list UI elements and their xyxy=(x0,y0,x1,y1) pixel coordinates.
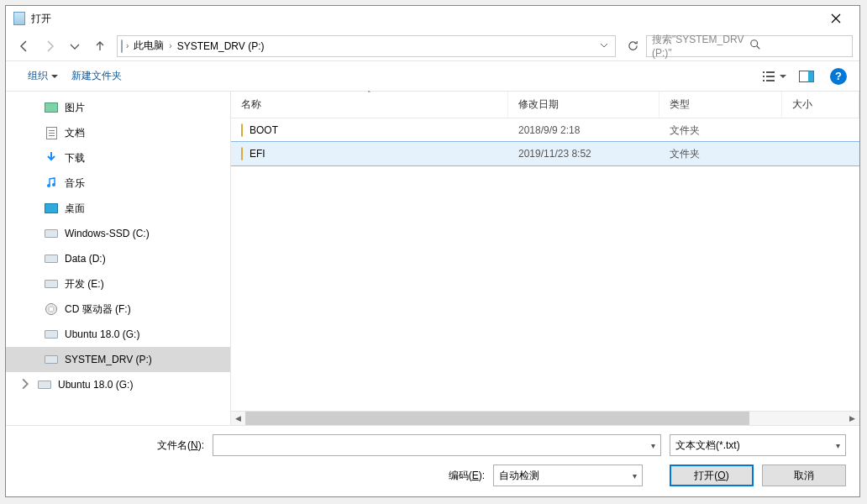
cancel-button[interactable]: 取消 xyxy=(762,465,846,486)
horizontal-scrollbar[interactable]: ◀ ▶ xyxy=(231,411,859,425)
tree-item-label: 音乐 xyxy=(65,176,85,191)
chevron-right-icon[interactable]: › xyxy=(169,41,171,50)
music-icon xyxy=(45,176,58,190)
open-dialog: 打开 › 此电脑 › SYSTEM_DRV (P:) 搜索"SYSTEM_DRV… xyxy=(5,5,860,497)
tree-item-label: Windows-SSD (C:) xyxy=(65,228,150,239)
up-button[interactable] xyxy=(88,34,112,58)
scroll-right-icon[interactable]: ▶ xyxy=(845,412,859,426)
close-button[interactable] xyxy=(819,6,853,31)
file-row[interactable]: EFI2019/11/23 8:52文件夹 xyxy=(231,142,859,165)
file-type: 文件夹 xyxy=(659,123,782,138)
tree-item-label: CD 驱动器 (F:) xyxy=(65,302,131,317)
disc-icon xyxy=(45,302,58,316)
scroll-left-icon[interactable]: ◀ xyxy=(231,412,245,426)
search-input[interactable]: 搜索"SYSTEM_DRV (P:)" xyxy=(646,35,853,57)
tree-item[interactable]: SYSTEM_DRV (P:) xyxy=(6,347,230,372)
col-type[interactable]: 类型 xyxy=(659,92,782,118)
file-name: BOOT xyxy=(250,124,278,136)
svg-rect-2 xyxy=(766,71,775,73)
organize-button[interactable]: 组织 xyxy=(23,66,63,87)
tree-item[interactable]: 文档 xyxy=(6,120,230,145)
tree-item[interactable]: 开发 (E:) xyxy=(6,271,230,297)
svg-point-9 xyxy=(47,184,50,187)
tree-item-label: 下载 xyxy=(65,151,85,165)
monitor-icon xyxy=(45,202,58,215)
tree-item[interactable]: CD 驱动器 (F:) xyxy=(6,297,230,322)
toolbar: 组织 新建文件夹 ? xyxy=(6,61,859,92)
col-date[interactable]: 修改日期 xyxy=(508,92,659,118)
back-button[interactable] xyxy=(13,34,36,58)
file-row[interactable]: BOOT2018/9/9 2:18文件夹 xyxy=(231,118,859,142)
view-mode-button[interactable] xyxy=(760,65,789,88)
svg-rect-5 xyxy=(763,80,765,81)
filter-select[interactable]: 文本文档(*.txt)▾ xyxy=(670,434,846,456)
tree-item[interactable]: 桌面 xyxy=(6,196,230,221)
svg-rect-8 xyxy=(808,71,814,81)
svg-rect-6 xyxy=(766,80,775,81)
tree-item[interactable]: Ubuntu 18.0 (G:) xyxy=(6,372,230,397)
tree-item[interactable]: 图片 xyxy=(6,95,230,120)
window-title: 打开 xyxy=(31,12,819,26)
chevron-right-icon[interactable]: › xyxy=(126,41,129,50)
svg-rect-3 xyxy=(763,76,765,77)
svg-point-10 xyxy=(52,183,55,186)
column-headers: ˄名称 修改日期 类型 大小 xyxy=(231,92,859,118)
sort-asc-icon: ˄ xyxy=(367,90,371,98)
search-icon[interactable] xyxy=(749,39,847,53)
address-bar[interactable]: › 此电脑 › SYSTEM_DRV (P:) xyxy=(117,35,616,57)
col-name[interactable]: ˄名称 xyxy=(231,92,508,118)
tree-item-label: 开发 (E:) xyxy=(65,277,104,291)
tree-item[interactable]: 下载 xyxy=(6,145,230,171)
encoding-label: 编码(E): xyxy=(449,469,485,483)
drive-icon xyxy=(38,378,51,391)
help-button[interactable]: ? xyxy=(824,65,853,88)
body: 图片文档下载音乐桌面Windows-SSD (C:)Data (D:)开发 (E… xyxy=(6,92,859,425)
address-dropdown[interactable] xyxy=(596,40,612,52)
col-size[interactable]: 大小 xyxy=(782,92,859,118)
filename-input[interactable]: ▾ xyxy=(213,434,661,456)
file-type: 文件夹 xyxy=(659,147,782,161)
tree-item-label: Ubuntu 18.0 (G:) xyxy=(65,328,139,340)
refresh-button[interactable] xyxy=(621,35,644,57)
forward-button[interactable] xyxy=(38,34,61,58)
tree-item[interactable]: Data (D:) xyxy=(6,246,230,271)
scroll-thumb[interactable] xyxy=(245,412,749,425)
preview-pane-button[interactable] xyxy=(792,65,821,88)
tree-item-label: Ubuntu 18.0 (G:) xyxy=(58,379,133,391)
folder-icon xyxy=(241,148,243,160)
nav-row: › 此电脑 › SYSTEM_DRV (P:) 搜索"SYSTEM_DRV (P… xyxy=(6,31,859,61)
recent-dropdown[interactable] xyxy=(63,34,87,58)
drive-sys-icon xyxy=(45,227,58,240)
titlebar: 打开 xyxy=(6,6,859,31)
file-list[interactable]: BOOT2018/9/9 2:18文件夹EFI2019/11/23 8:52文件… xyxy=(231,118,859,411)
tree-item[interactable]: 音乐 xyxy=(6,171,230,196)
tree-item-label: 文档 xyxy=(65,126,85,140)
drive-icon xyxy=(45,277,58,291)
new-folder-button[interactable]: 新建文件夹 xyxy=(66,66,127,87)
tree-item-label: 桌面 xyxy=(65,202,85,216)
tree-item-label: Data (D:) xyxy=(65,253,106,265)
document-icon xyxy=(45,126,58,139)
encoding-select[interactable]: 自动检测▾ xyxy=(493,465,643,486)
app-icon xyxy=(13,12,26,25)
bottom-panel: 文件名(N): ▾ 文本文档(*.txt)▾ 编码(E): 自动检测▾ 打开(O… xyxy=(6,425,859,496)
drive-icon xyxy=(45,252,58,265)
nav-tree[interactable]: 图片文档下载音乐桌面Windows-SSD (C:)Data (D:)开发 (E… xyxy=(6,92,231,425)
picture-icon xyxy=(45,101,58,114)
tree-item[interactable]: Windows-SSD (C:) xyxy=(6,221,230,246)
breadcrumb-root[interactable]: 此电脑 xyxy=(132,36,166,56)
tree-item[interactable]: Ubuntu 18.0 (G:) xyxy=(6,322,230,347)
expand-icon[interactable] xyxy=(19,378,31,392)
download-icon xyxy=(45,151,58,165)
file-pane: ˄名称 修改日期 类型 大小 BOOT2018/9/9 2:18文件夹EFI20… xyxy=(231,92,859,425)
tree-item-label: SYSTEM_DRV (P:) xyxy=(65,354,152,365)
file-date: 2019/11/23 8:52 xyxy=(508,148,659,160)
open-button[interactable]: 打开(O) xyxy=(670,465,754,486)
folder-icon xyxy=(241,124,243,136)
file-date: 2018/9/9 2:18 xyxy=(508,124,659,136)
drive-icon xyxy=(121,40,123,52)
filename-label: 文件名(N): xyxy=(19,438,204,453)
svg-rect-1 xyxy=(763,71,765,73)
svg-point-0 xyxy=(751,40,758,47)
breadcrumb-current[interactable]: SYSTEM_DRV (P:) xyxy=(176,36,266,56)
